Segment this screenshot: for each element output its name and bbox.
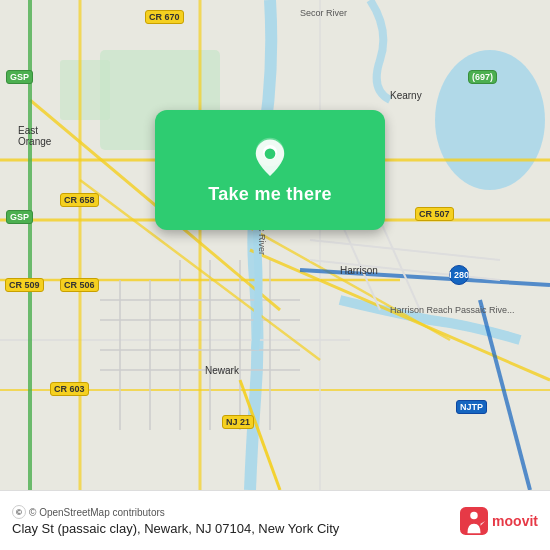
badge-gsp-top: GSP <box>6 70 33 84</box>
moovit-text: moovit <box>492 513 538 529</box>
badge-cr506: CR 506 <box>60 278 99 292</box>
badge-697: (697) <box>468 70 497 84</box>
badge-cr509: CR 509 <box>5 278 44 292</box>
info-bar: © © OpenStreetMap contributors Clay St (… <box>0 490 550 550</box>
badge-nj21: NJ 21 <box>222 415 254 429</box>
moovit-icon <box>460 507 488 535</box>
svg-rect-2 <box>60 60 110 120</box>
take-me-there-button[interactable]: Take me there <box>155 110 385 230</box>
button-label: Take me there <box>208 184 332 205</box>
badge-cr603: CR 603 <box>50 382 89 396</box>
info-left: © © OpenStreetMap contributors Clay St (… <box>12 505 339 536</box>
badge-cr507: CR 507 <box>415 207 454 221</box>
svg-point-38 <box>470 511 477 518</box>
svg-point-36 <box>265 148 276 159</box>
osm-logo: © <box>12 505 26 519</box>
badge-gsp-lower: GSP <box>6 210 33 224</box>
osm-credit: © © OpenStreetMap contributors <box>12 505 339 519</box>
osm-text: © OpenStreetMap contributors <box>29 507 165 518</box>
map-container: EastOrange Kearny Harrison Newark Secor … <box>0 0 550 490</box>
badge-njtp: NJTP <box>456 400 487 414</box>
moovit-logo: moovit <box>460 507 538 535</box>
badge-cr670: CR 670 <box>145 10 184 24</box>
badge-i280: I 280 <box>449 265 469 285</box>
address-text: Clay St (passaic clay), Newark, NJ 07104… <box>12 521 339 536</box>
location-pin-icon <box>250 136 290 176</box>
badge-cr658: CR 658 <box>60 193 99 207</box>
